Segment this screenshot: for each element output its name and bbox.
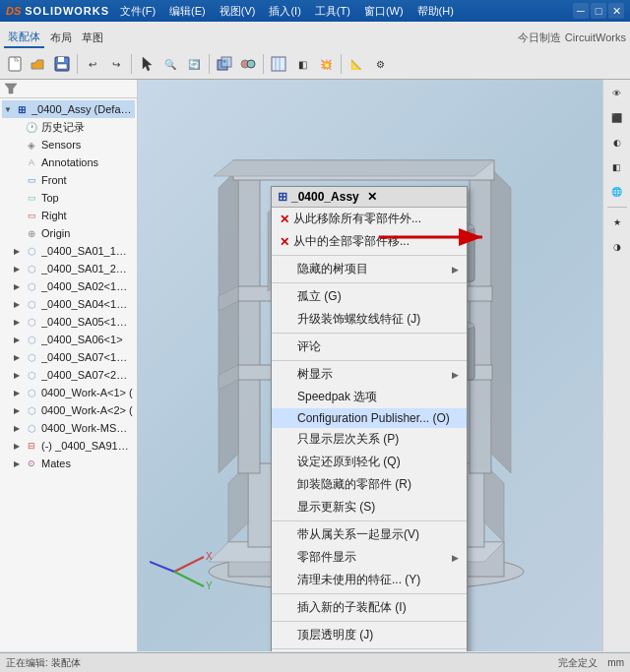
explode-button[interactable]: 💥 — [315, 53, 337, 75]
measure-button[interactable]: 📐 — [346, 53, 367, 75]
ctx-item-label: 只显示层次关系 (P) — [297, 431, 399, 448]
tree-annotations[interactable]: A Annotations — [2, 153, 135, 171]
insert-component-button[interactable]: + — [214, 53, 235, 75]
tree-work-a1[interactable]: ▶ ⬡ 0400_Work-A<1> ( — [2, 384, 135, 401]
menu-tools[interactable]: 工具(T) — [312, 4, 353, 19]
menu-help[interactable]: 帮助(H) — [414, 4, 457, 19]
ctx-item-label: 树显示 — [297, 366, 333, 383]
tree-sa01-1[interactable]: ▶ ⬡ _0400_SA01_1<1> — [2, 242, 135, 260]
part-icon: ⬡ — [24, 261, 39, 276]
ctx-cosmetic[interactable]: 升级装饰螺纹线特征 (J) — [272, 308, 467, 331]
shadows-button[interactable]: ◑ — [605, 235, 629, 259]
tab-assembly[interactable]: 装配体 — [4, 28, 44, 48]
section-view-right-button[interactable]: ◧ — [605, 155, 629, 179]
options-button[interactable]: ⚙ — [369, 53, 391, 75]
ctx-remove-all[interactable]: ✕ 从此移除所有零部件外... — [272, 208, 467, 230]
save-button[interactable] — [51, 53, 73, 75]
tree-top-plane[interactable]: ▭ Top — [2, 189, 135, 207]
tree-work-ms[interactable]: ▶ ⬡ 0400_Work-MS<1> — [2, 419, 135, 437]
tree-sa05[interactable]: ▶ ⬡ _0400_SA05<1> (D — [2, 313, 135, 331]
hide-show-button[interactable]: ◐ — [605, 131, 629, 154]
realview-button[interactable]: ★ — [605, 211, 629, 234]
tree-arrow: ▶ — [14, 406, 24, 415]
ctx-hidden-parts[interactable]: 卸装隐藏的零部件 (R) — [272, 473, 467, 496]
win-maximize-button[interactable]: □ — [591, 3, 606, 19]
tree-sa04[interactable]: ▶ ⬡ _0400_SA04<1> (D — [2, 295, 135, 313]
ctx-part-display[interactable]: 零部件显示 — [272, 546, 467, 569]
ctx-config-publisher[interactable]: Configuration Publisher... (O) — [272, 408, 467, 428]
menu-window[interactable]: 窗口(W) — [361, 4, 407, 19]
ctx-separator — [272, 333, 467, 334]
viewport[interactable]: X Y Z ⊞ _0400_Assy ✕ ✕ 从此移除所有零部件外... ✕ — [138, 80, 602, 651]
menu-file[interactable]: 文件(F) — [117, 4, 158, 19]
tree-sensors[interactable]: ◈ Sensors — [2, 136, 135, 153]
feature-tree[interactable]: ▼ ⊞ _0400_Assy (Default<D 🕐 历史记录 ◈ Senso… — [0, 98, 137, 651]
ctx-item-icon — [280, 411, 293, 425]
tree-arrow: ▶ — [14, 371, 24, 380]
scene-button[interactable]: 🌐 — [605, 180, 629, 204]
tree-right-plane[interactable]: ▭ Right — [2, 207, 135, 224]
open-button[interactable] — [28, 53, 49, 75]
ctx-isolate[interactable]: 孤立 (G) — [272, 285, 467, 308]
ctx-close-icon[interactable]: ✕ — [367, 190, 377, 204]
main-layout: ▼ ⊞ _0400_Assy (Default<D 🕐 历史记录 ◈ Senso… — [0, 80, 630, 651]
undo-button[interactable]: ↩ — [82, 53, 103, 75]
zoom-button[interactable]: 🔍 — [159, 53, 181, 75]
tree-sa02[interactable]: ▶ ⬡ _0400_SA02<1> (D — [2, 277, 135, 295]
ctx-clear-unused[interactable]: 清理未使用的特征... (Y) — [272, 569, 467, 591]
tree-sa07-1[interactable]: ▶ ⬡ _0400_SA07<1> (D — [2, 348, 135, 366]
win-minimize-button[interactable]: ─ — [573, 3, 589, 19]
tree-sa06[interactable]: ▶ ⬡ _0400_SA06<1> — [2, 331, 135, 348]
tree-history[interactable]: 🕐 历史记录 — [2, 118, 135, 136]
ctx-tree-display[interactable]: 树显示 — [272, 363, 467, 386]
ctx-transparency[interactable]: 顶层透明度 (J) — [272, 624, 467, 646]
mate-button[interactable] — [237, 53, 259, 75]
ctx-update-display[interactable]: 显示更新实 (S) — [272, 496, 467, 519]
ctx-relatives[interactable]: 带从属关系一起显示(V) — [272, 523, 467, 546]
ctx-item-icon — [280, 478, 293, 492]
ctx-review[interactable]: 评论 — [272, 336, 467, 358]
ctx-item-label: 卸装隐藏的零部件 (R) — [297, 476, 411, 493]
ctx-hidden-tree[interactable]: 隐藏的树项目 — [272, 258, 467, 280]
history-icon: 🕐 — [24, 119, 39, 135]
ctx-item-label: 从此移除所有零部件外... — [293, 211, 421, 227]
tree-sa01-2[interactable]: ▶ ⬡ _0400_SA01_2<1> — [2, 260, 135, 277]
menu-edit[interactable]: 编辑(E) — [166, 4, 209, 19]
view-orientation-button[interactable]: 👁 — [605, 82, 629, 105]
display-mode-button[interactable]: ⬛ — [605, 106, 629, 130]
display-style-button[interactable] — [268, 53, 289, 75]
tree-mates[interactable]: ▶ ⊙ Mates — [2, 455, 135, 472]
section-view-button[interactable]: ◧ — [291, 53, 313, 75]
tab-sketch[interactable]: 草图 — [78, 29, 107, 47]
redo-button[interactable]: ↪ — [105, 53, 127, 75]
tree-item-label: _0400_SA07<2> (D — [41, 369, 133, 381]
red-x-icon: ✕ — [280, 213, 289, 226]
tab-layout[interactable]: 布局 — [46, 29, 76, 47]
tree-work-a2[interactable]: ▶ ⬡ 0400_Work-A<2> ( — [2, 401, 135, 419]
rotate-button[interactable]: 🔄 — [183, 53, 205, 75]
ctx-insert-subassy[interactable]: 插入新的子装配体 (I) — [272, 596, 467, 619]
ctx-remove-from-all[interactable]: ✕ 从中的全部零部件移... — [272, 230, 467, 253]
menu-insert[interactable]: 插入(I) — [266, 4, 303, 19]
tree-sa91[interactable]: ▶ ⊟ (-) _0400_SA91<1> — [2, 437, 135, 455]
tree-origin[interactable]: ⊕ Origin — [2, 224, 135, 242]
origin-icon: ⊕ — [24, 225, 39, 241]
new-button[interactable] — [4, 53, 26, 75]
toolbar-icons-row1: ↩ ↪ 🔍 🔄 + ◧ 💥 📐 ⚙ — [2, 51, 628, 77]
tree-sa07-2[interactable]: ▶ ⬡ _0400_SA07<2> (D — [2, 366, 135, 384]
select-button[interactable] — [136, 53, 158, 75]
ctx-show-hierarchy[interactable]: 只显示层次关系 (P) — [272, 428, 467, 451]
menu-view[interactable]: 视图(V) — [217, 4, 259, 19]
ctx-separator — [272, 282, 467, 283]
win-close-button[interactable]: ✕ — [608, 3, 624, 19]
part-icon: ⬡ — [24, 420, 39, 436]
tree-item-label: Origin — [41, 227, 70, 239]
tree-item-label: _0400_SA04<1> (D — [41, 298, 133, 310]
svg-rect-20 — [238, 168, 260, 473]
ctx-speedpak[interactable]: Speedpak 选项 — [272, 386, 467, 408]
ctx-simplify[interactable]: 设定还原到轻化 (Q) — [272, 451, 467, 473]
svg-line-36 — [174, 572, 204, 586]
part-icon: ⬡ — [24, 349, 39, 365]
tree-front-plane[interactable]: ▭ Front — [2, 171, 135, 189]
tree-root-assembly[interactable]: ▼ ⊞ _0400_Assy (Default<D — [2, 100, 135, 118]
